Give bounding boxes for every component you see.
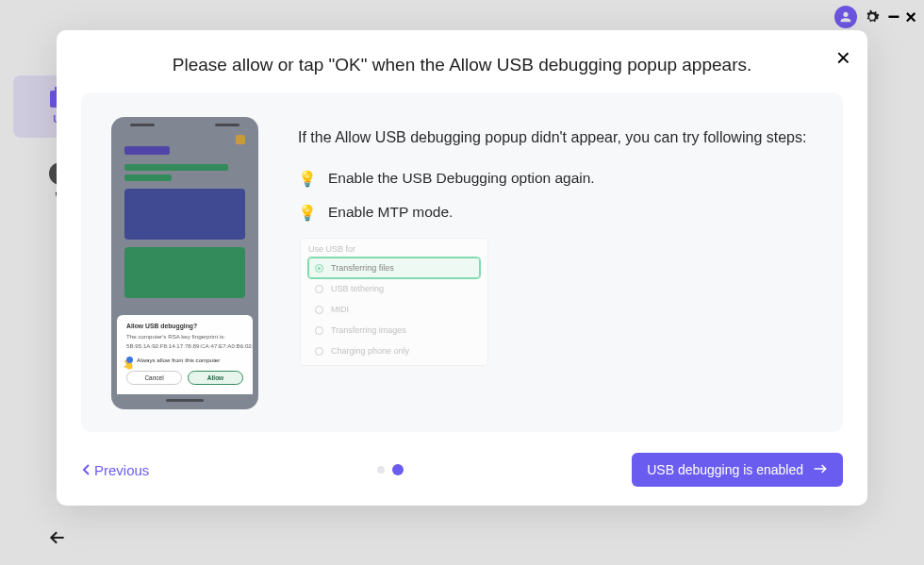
usb-mode-options: Use USB for Transferring files USB tethe… (300, 238, 488, 366)
instructions-intro: If the Allow USB debugging popup didn't … (298, 126, 815, 149)
tip-enable-usb-debugging: 💡 Enable the USB Debugging option again. (298, 170, 815, 187)
tip-text: Enable MTP mode. (328, 204, 453, 221)
modal-content: Allow USB debugging? The computer's RSA … (81, 92, 843, 432)
usb-debugging-modal: × Please allow or tap "OK" when the Allo… (57, 30, 867, 506)
modal-footer: Previous USB debugging is enabled (81, 453, 843, 487)
usb-option-transferring-files: Transferring files (308, 258, 480, 278)
usb-option-transferring-images: Transferring images (308, 320, 480, 341)
step-dot-1[interactable] (377, 466, 385, 474)
pointer-hand-icon: 👆 (122, 358, 136, 372)
modal-title: Please allow or tap "OK" when the Allow … (81, 55, 843, 75)
phone-illustration: Allow USB debugging? The computer's RSA … (109, 117, 260, 409)
popup-cancel-button: Cancel (126, 371, 182, 385)
usb-option-charging-only: Charging phone only (308, 341, 480, 361)
close-icon[interactable]: × (836, 45, 850, 70)
chevron-left-icon (81, 463, 91, 476)
arrow-right-icon (813, 462, 828, 477)
usb-debug-popup-illustration: Allow USB debugging? The computer's RSA … (117, 315, 253, 394)
step-dot-2[interactable] (392, 464, 404, 475)
tip-enable-mtp: 💡 Enable MTP mode. (298, 204, 815, 221)
modal-overlay: × Please allow or tap "OK" when the Allo… (0, 0, 924, 565)
lightbulb-icon: 💡 (298, 170, 315, 187)
usb-options-header: Use USB for (308, 244, 480, 254)
instructions: If the Allow USB debugging popup didn't … (298, 117, 815, 409)
previous-button[interactable]: Previous (81, 462, 149, 478)
tip-text: Enable the USB Debugging option again. (328, 170, 595, 187)
usb-option-midi: MIDI (308, 299, 480, 320)
step-pager (377, 464, 404, 475)
popup-allow-button: Allow (188, 371, 243, 385)
usb-option-usb-tethering: USB tethering (308, 278, 480, 299)
usb-debugging-enabled-button[interactable]: USB debugging is enabled (632, 453, 843, 487)
lightbulb-icon: 💡 (298, 204, 315, 221)
